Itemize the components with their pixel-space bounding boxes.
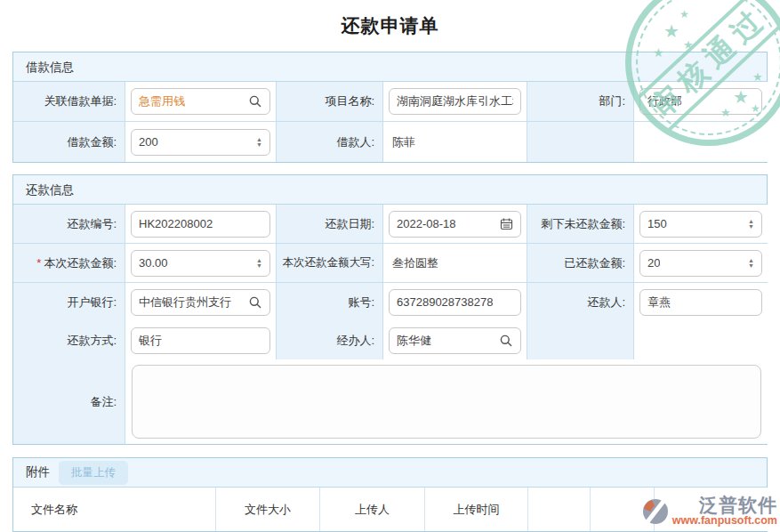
fanpu-logo-icon (640, 496, 671, 527)
project-name-input[interactable]: 湖南洞庭湖水库引水工程 (389, 88, 521, 115)
project-name-cell: 湖南洞庭湖水库引水工程 (383, 82, 527, 122)
repayment-no-input[interactable]: HK202208002 (131, 211, 270, 238)
repayment-application-page: 还款申请单 审核通过 ★ ★ ★ ★ ★ ★ ★ ★ 借款信息 关联借款单据: … (0, 0, 780, 532)
remaining-amount-stepper[interactable]: 150 ▲▼ (639, 211, 762, 238)
handler-value: 陈华健 (397, 333, 431, 349)
vendor-url: www.fanpusoft.com (672, 514, 777, 527)
stepper-down-icon[interactable]: ▼ (748, 263, 754, 269)
vendor-name: 泛普软件 (699, 496, 777, 514)
handler-cell: 陈华健 (383, 321, 527, 360)
current-amount-caps-value: 叁拾圆整 (389, 255, 438, 271)
borrower-label: 借款人: (277, 122, 383, 162)
empty-label-cell (527, 321, 634, 360)
repayment-method-value: 银行 (139, 333, 162, 349)
batch-upload-button[interactable]: 批量上传 (59, 461, 128, 485)
related-doc-value: 急需用钱 (139, 93, 185, 109)
repayer-label: 还款人: (527, 283, 634, 322)
account-no-input[interactable]: 637289028738278 (389, 289, 521, 316)
repayment-method-cell: 银行 (125, 321, 277, 360)
required-asterisk: * (36, 256, 41, 270)
remarks-textarea[interactable] (132, 365, 761, 439)
vendor-logo: 泛普软件 www.fanpusoft.com (640, 496, 777, 527)
loan-amount-label: 借款金额: (13, 122, 125, 162)
bank-input[interactable]: 中信银行贵州支行 (131, 289, 270, 316)
current-amount-stepper[interactable]: 30.00 ▲▼ (131, 250, 270, 277)
repayer-input[interactable]: 章燕 (639, 289, 762, 316)
loan-section-title: 借款信息 (13, 52, 767, 82)
remarks-label: 备注: (13, 359, 125, 444)
repayment-no-cell: HK202208002 (125, 205, 277, 244)
related-doc-cell: 急需用钱 (125, 82, 277, 122)
col-header-file-size: 文件大小 (216, 488, 320, 531)
stepper-down-icon[interactable]: ▼ (748, 224, 754, 230)
repayment-method-label: 还款方式: (13, 321, 125, 360)
loan-info-section: 借款信息 关联借款单据: 急需用钱 项目名称: 湖南洞庭湖水库引水工程 部门: … (12, 52, 768, 163)
department-input[interactable]: 行政部 (639, 88, 762, 115)
account-no-label: 账号: (277, 283, 383, 322)
attachment-title: 附件 (26, 464, 50, 480)
repayer-value: 章燕 (647, 294, 671, 310)
page-title: 还款申请单 (0, 0, 780, 38)
search-icon[interactable] (499, 334, 513, 348)
empty-label-cell (527, 122, 634, 162)
star-icon: ★ (683, 38, 694, 52)
repaid-amount-value: 20 (647, 256, 660, 270)
repayment-date-value: 2022-08-18 (397, 217, 456, 230)
col-header-upload-time: 上传时间 (425, 488, 528, 531)
repaid-amount-label: 已还款金额: (527, 244, 634, 283)
loan-amount-stepper[interactable]: 200 ▲▼ (131, 129, 270, 156)
repayment-method-input[interactable]: 银行 (131, 327, 270, 354)
empty-field-cell (634, 122, 768, 162)
loan-amount-cell: 200 ▲▼ (125, 122, 277, 162)
bank-value: 中信银行贵州支行 (139, 294, 231, 310)
current-amount-value: 30.00 (139, 256, 168, 270)
department-value: 行政部 (647, 93, 682, 109)
current-amount-label: * 本次还款金额: (13, 244, 125, 283)
related-doc-label: 关联借款单据: (13, 82, 125, 122)
repayment-date-cell: 2022-08-18 (383, 205, 527, 244)
repayment-info-section: 还款信息 还款编号: HK202208002 还款日期: 2022-08-18 … (12, 174, 768, 445)
repayer-cell: 章燕 (634, 283, 768, 322)
loan-amount-value: 200 (139, 135, 158, 149)
department-cell: 行政部 (634, 82, 768, 122)
col-header-file-name: 文件名称 (13, 488, 216, 531)
remaining-amount-label: 剩下未还款金额: (527, 205, 634, 244)
calendar-icon[interactable] (500, 217, 513, 230)
repayment-date-input[interactable]: 2022-08-18 (389, 211, 521, 238)
remaining-amount-value: 150 (647, 217, 667, 230)
search-icon[interactable] (248, 94, 262, 109)
remaining-amount-cell: 150 ▲▼ (634, 205, 768, 244)
current-amount-caps-label: 本次还款金额大写: (277, 244, 383, 283)
remarks-cell (125, 359, 768, 444)
current-amount-caps-cell: 叁拾圆整 (383, 244, 527, 283)
bank-cell: 中信银行贵州支行 (125, 283, 277, 322)
handler-input[interactable]: 陈华健 (389, 327, 521, 354)
bank-label: 开户银行: (13, 283, 125, 322)
col-header-uploader: 上传人 (320, 488, 425, 531)
empty-field-cell (634, 321, 768, 360)
search-icon[interactable] (248, 295, 262, 310)
department-label: 部门: (527, 82, 634, 122)
stepper-down-icon[interactable]: ▼ (256, 263, 262, 269)
current-amount-label-text: 本次还款金额: (44, 255, 117, 271)
account-no-cell: 637289028738278 (383, 283, 527, 322)
repaid-amount-stepper[interactable]: 20 ▲▼ (639, 250, 762, 277)
project-name-label: 项目名称: (277, 82, 383, 122)
repayment-date-label: 还款日期: (277, 205, 383, 244)
repaid-amount-cell: 20 ▲▼ (634, 244, 768, 283)
current-amount-cell: 30.00 ▲▼ (125, 244, 277, 283)
stepper-down-icon[interactable]: ▼ (256, 142, 262, 148)
project-name-value: 湖南洞庭湖水库引水工程 (397, 93, 513, 109)
related-doc-input[interactable]: 急需用钱 (131, 88, 270, 115)
repayment-no-value: HK202208002 (139, 217, 213, 230)
account-no-value: 637289028738278 (397, 295, 493, 309)
borrower-value: 陈菲 (389, 134, 415, 150)
col-header-empty (528, 488, 591, 531)
repayment-no-label: 还款编号: (13, 205, 125, 244)
repayment-section-title: 还款信息 (13, 175, 767, 205)
handler-label: 经办人: (277, 321, 383, 360)
borrower-cell: 陈菲 (383, 122, 527, 162)
